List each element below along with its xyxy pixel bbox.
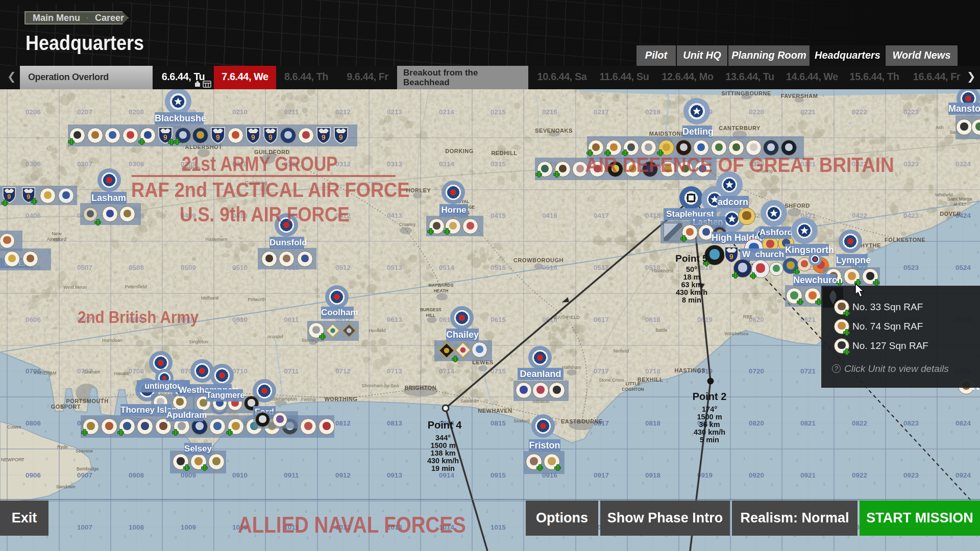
svg-text:3: 3 [900, 223, 902, 228]
svg-text:NEWHAVEN: NEWHAVEN [478, 408, 512, 414]
svg-text:1: 1 [588, 327, 591, 331]
svg-text:3: 3 [99, 380, 102, 385]
svg-text:2: 2 [486, 458, 489, 463]
svg-text:2: 2 [201, 250, 204, 255]
svg-text:0210: 0210 [232, 108, 248, 116]
svg-text:3: 3 [642, 273, 645, 278]
svg-text:2: 2 [951, 456, 954, 461]
svg-text:0713: 0713 [387, 367, 403, 375]
svg-text:3: 3 [589, 224, 591, 229]
svg-text:2: 2 [562, 145, 565, 149]
svg-text:WORTHING: WORTHING [324, 396, 357, 402]
svg-text:2: 2 [74, 275, 77, 280]
svg-text:0908: 0908 [129, 471, 144, 479]
svg-text:2: 2 [797, 120, 799, 124]
svg-text:3: 3 [589, 482, 591, 487]
svg-text:0422: 0422 [852, 212, 867, 219]
svg-text:3: 3 [203, 534, 205, 539]
svg-text:2: 2 [900, 119, 902, 124]
svg-text:1: 1 [72, 119, 75, 124]
svg-text:FOLKESTONE: FOLKESTONE [885, 237, 925, 243]
svg-text:4: 4 [406, 482, 409, 486]
svg-text:1009: 1009 [181, 523, 196, 531]
svg-text:3: 3 [561, 93, 564, 97]
svg-text:4: 4 [381, 145, 383, 149]
svg-text:4: 4 [200, 354, 203, 358]
svg-text:9: 9 [339, 133, 343, 141]
svg-text:3: 3 [639, 250, 641, 255]
svg-text:1: 1 [380, 250, 383, 255]
svg-text:1: 1 [355, 379, 357, 384]
svg-text:2: 2 [487, 249, 489, 254]
svg-text:3: 3 [589, 406, 592, 410]
svg-text:4: 4 [458, 274, 461, 279]
svg-text:3: 3 [768, 432, 771, 436]
svg-text:9: 9 [322, 133, 326, 141]
svg-text:3: 3 [306, 353, 309, 358]
svg-text:3: 3 [590, 251, 593, 255]
svg-text:Saint Marga: Saint Marga [947, 196, 972, 202]
svg-text:HASTINGS: HASTINGS [675, 367, 706, 373]
svg-text:0818: 0818 [645, 419, 661, 427]
svg-text:0717: 0717 [594, 367, 609, 375]
svg-text:FAREHAM: FAREHAM [34, 370, 57, 375]
svg-text:3: 3 [562, 249, 565, 254]
svg-text:NEWPORT: NEWPORT [1, 457, 24, 462]
svg-text:0617: 0617 [594, 316, 609, 323]
svg-text:4: 4 [589, 300, 591, 305]
svg-text:0712: 0712 [335, 367, 351, 375]
svg-text:3: 3 [691, 484, 694, 488]
svg-text:2: 2 [640, 93, 643, 97]
svg-text:0920: 0920 [749, 471, 764, 479]
svg-text:4: 4 [976, 250, 979, 255]
svg-text:2: 2 [820, 458, 822, 462]
svg-text:2: 2 [383, 407, 386, 411]
svg-text:Cosham: Cosham [83, 369, 101, 374]
svg-text:2: 2 [873, 222, 875, 227]
svg-text:4: 4 [898, 404, 901, 408]
svg-text:3: 3 [717, 379, 720, 384]
svg-text:1: 1 [356, 95, 358, 99]
svg-text:0220: 0220 [749, 108, 764, 116]
svg-text:2: 2 [175, 535, 177, 540]
svg-text:0606: 0606 [26, 316, 41, 323]
svg-text:Ash: Ash [936, 125, 944, 130]
svg-text:2: 2 [612, 430, 615, 435]
svg-text:HAYWARDS: HAYWARDS [429, 283, 454, 288]
svg-text:3: 3 [823, 482, 825, 487]
svg-text:2: 2 [822, 145, 825, 150]
svg-text:3: 3 [925, 121, 927, 126]
svg-text:2: 2 [461, 172, 463, 177]
svg-text:3: 3 [564, 119, 566, 124]
svg-text:3: 3 [535, 274, 537, 279]
svg-text:2: 2 [408, 430, 410, 434]
svg-text:2: 2 [382, 303, 385, 307]
svg-text:3: 3 [871, 249, 874, 254]
svg-text:0315: 0315 [491, 160, 506, 168]
svg-text:3: 3 [174, 223, 177, 228]
svg-text:1: 1 [769, 274, 771, 279]
svg-text:0218: 0218 [645, 108, 661, 116]
svg-text:3: 3 [45, 457, 48, 461]
svg-text:3: 3 [563, 430, 566, 434]
svg-text:3: 3 [407, 404, 410, 409]
svg-text:0215: 0215 [491, 108, 506, 116]
svg-text:2: 2 [797, 355, 799, 359]
svg-text:DORKING: DORKING [445, 148, 473, 154]
svg-text:2: 2 [149, 251, 151, 255]
svg-text:3: 3 [535, 146, 538, 151]
svg-text:3: 3 [177, 482, 179, 486]
svg-text:0912: 0912 [335, 471, 351, 479]
svg-text:2: 2 [664, 431, 667, 435]
svg-text:0611: 0611 [284, 316, 299, 323]
svg-text:0213: 0213 [387, 108, 403, 116]
svg-text:3: 3 [73, 458, 76, 462]
svg-text:3: 3 [122, 146, 125, 151]
svg-text:0915: 0915 [491, 471, 506, 479]
svg-text:0221: 0221 [800, 108, 816, 116]
svg-text:3: 3 [536, 249, 539, 254]
svg-text:2: 2 [899, 483, 901, 488]
svg-text:2: 2 [381, 354, 384, 358]
svg-text:0509: 0509 [181, 264, 196, 271]
svg-text:4: 4 [819, 223, 822, 228]
